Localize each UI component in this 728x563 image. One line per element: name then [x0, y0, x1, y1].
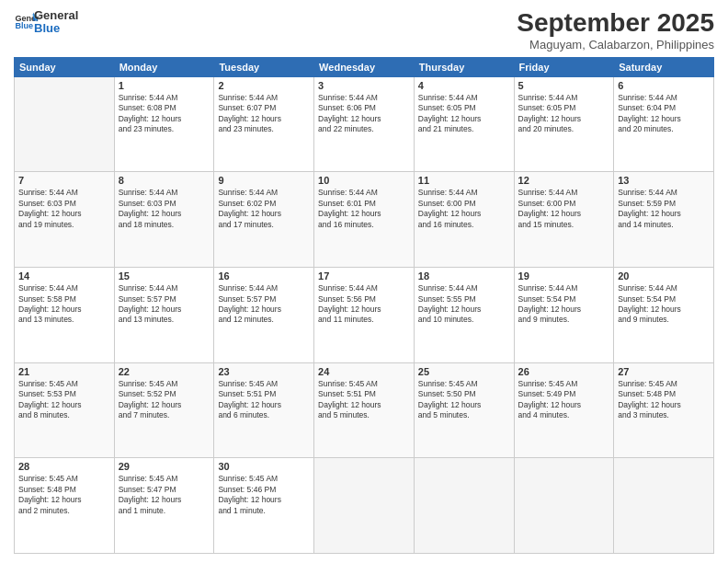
day-info: Sunrise: 5:44 AM Sunset: 6:05 PM Dayligh…	[418, 93, 510, 135]
weekday-header-saturday: Saturday	[614, 57, 714, 76]
day-number: 6	[618, 80, 710, 91]
calendar-cell	[15, 76, 115, 172]
day-info: Sunrise: 5:44 AM Sunset: 5:54 PM Dayligh…	[618, 283, 710, 326]
location-subtitle: Maguyam, Calabarzon, Philippines	[517, 38, 714, 52]
calendar-cell: 20Sunrise: 5:44 AM Sunset: 5:54 PM Dayli…	[614, 268, 714, 363]
calendar-table: SundayMondayTuesdayWednesdayThursdayFrid…	[14, 57, 714, 554]
weekday-header-tuesday: Tuesday	[214, 57, 314, 76]
day-info: Sunrise: 5:45 AM Sunset: 5:52 PM Dayligh…	[119, 379, 210, 421]
day-info: Sunrise: 5:44 AM Sunset: 6:05 PM Dayligh…	[518, 93, 610, 135]
day-number: 12	[518, 175, 610, 186]
calendar-cell: 8Sunrise: 5:44 AM Sunset: 6:03 PM Daylig…	[114, 172, 214, 268]
calendar-cell: 5Sunrise: 5:44 AM Sunset: 6:05 PM Daylig…	[514, 76, 614, 172]
day-info: Sunrise: 5:44 AM Sunset: 5:57 PM Dayligh…	[218, 283, 310, 326]
day-number: 15	[119, 270, 210, 282]
weekday-header-monday: Monday	[114, 57, 214, 76]
calendar-body: 1Sunrise: 5:44 AM Sunset: 6:08 PM Daylig…	[15, 76, 714, 553]
day-info: Sunrise: 5:44 AM Sunset: 6:03 PM Dayligh…	[18, 188, 110, 230]
day-info: Sunrise: 5:45 AM Sunset: 5:51 PM Dayligh…	[318, 379, 410, 421]
page: General Blue General Blue September 2025…	[0, 0, 728, 563]
calendar-cell: 3Sunrise: 5:44 AM Sunset: 6:06 PM Daylig…	[314, 76, 415, 172]
day-info: Sunrise: 5:44 AM Sunset: 6:03 PM Dayligh…	[119, 188, 210, 230]
day-info: Sunrise: 5:44 AM Sunset: 6:07 PM Dayligh…	[218, 93, 310, 135]
day-number: 28	[18, 461, 110, 472]
logo: General Blue General Blue	[14, 9, 78, 36]
day-number: 30	[218, 461, 310, 472]
day-number: 24	[318, 366, 410, 377]
calendar-cell: 19Sunrise: 5:44 AM Sunset: 5:54 PM Dayli…	[514, 268, 614, 363]
calendar-cell: 11Sunrise: 5:44 AM Sunset: 6:00 PM Dayli…	[414, 172, 514, 268]
weekday-header-friday: Friday	[514, 57, 614, 76]
day-info: Sunrise: 5:44 AM Sunset: 5:55 PM Dayligh…	[418, 283, 510, 326]
day-info: Sunrise: 5:45 AM Sunset: 5:48 PM Dayligh…	[18, 474, 110, 516]
day-number: 23	[218, 366, 310, 377]
day-info: Sunrise: 5:44 AM Sunset: 6:06 PM Dayligh…	[318, 93, 410, 135]
week-row-4: 21Sunrise: 5:45 AM Sunset: 5:53 PM Dayli…	[15, 362, 714, 458]
calendar-cell: 6Sunrise: 5:44 AM Sunset: 6:04 PM Daylig…	[614, 76, 714, 172]
calendar-cell: 1Sunrise: 5:44 AM Sunset: 6:08 PM Daylig…	[114, 76, 214, 172]
calendar-cell: 7Sunrise: 5:44 AM Sunset: 6:03 PM Daylig…	[15, 172, 115, 268]
day-number: 7	[18, 175, 110, 186]
week-row-1: 1Sunrise: 5:44 AM Sunset: 6:08 PM Daylig…	[15, 76, 714, 172]
day-number: 20	[618, 270, 710, 282]
day-info: Sunrise: 5:44 AM Sunset: 6:01 PM Dayligh…	[318, 188, 410, 230]
day-info: Sunrise: 5:44 AM Sunset: 5:57 PM Dayligh…	[119, 283, 210, 326]
calendar-cell: 16Sunrise: 5:44 AM Sunset: 5:57 PM Dayli…	[214, 268, 314, 363]
calendar-cell: 23Sunrise: 5:45 AM Sunset: 5:51 PM Dayli…	[214, 362, 314, 458]
calendar-cell: 30Sunrise: 5:45 AM Sunset: 5:46 PM Dayli…	[214, 458, 314, 554]
calendar-cell: 15Sunrise: 5:44 AM Sunset: 5:57 PM Dayli…	[114, 268, 214, 363]
calendar-cell: 14Sunrise: 5:44 AM Sunset: 5:58 PM Dayli…	[15, 268, 115, 363]
day-number: 21	[18, 366, 110, 377]
calendar-cell: 29Sunrise: 5:45 AM Sunset: 5:47 PM Dayli…	[114, 458, 214, 554]
day-info: Sunrise: 5:44 AM Sunset: 6:04 PM Dayligh…	[618, 93, 710, 135]
calendar-cell: 10Sunrise: 5:44 AM Sunset: 6:01 PM Dayli…	[314, 172, 415, 268]
day-info: Sunrise: 5:44 AM Sunset: 5:56 PM Dayligh…	[318, 283, 410, 326]
calendar-cell: 24Sunrise: 5:45 AM Sunset: 5:51 PM Dayli…	[314, 362, 415, 458]
day-number: 11	[418, 175, 510, 186]
day-number: 18	[418, 270, 510, 282]
calendar-cell: 18Sunrise: 5:44 AM Sunset: 5:55 PM Dayli…	[414, 268, 514, 363]
calendar-cell: 9Sunrise: 5:44 AM Sunset: 6:02 PM Daylig…	[214, 172, 314, 268]
weekday-header-sunday: Sunday	[15, 57, 115, 76]
title-block: September 2025 Maguyam, Calabarzon, Phil…	[517, 9, 714, 52]
day-info: Sunrise: 5:44 AM Sunset: 6:00 PM Dayligh…	[518, 188, 610, 230]
calendar-cell: 22Sunrise: 5:45 AM Sunset: 5:52 PM Dayli…	[114, 362, 214, 458]
day-number: 22	[119, 366, 210, 377]
day-number: 3	[318, 80, 410, 91]
day-number: 5	[518, 80, 610, 91]
day-number: 26	[518, 366, 610, 377]
day-info: Sunrise: 5:45 AM Sunset: 5:53 PM Dayligh…	[18, 379, 110, 421]
day-number: 29	[119, 461, 210, 472]
header: General Blue General Blue September 2025…	[14, 9, 714, 52]
weekday-header-row: SundayMondayTuesdayWednesdayThursdayFrid…	[15, 57, 714, 76]
day-info: Sunrise: 5:45 AM Sunset: 5:50 PM Dayligh…	[418, 379, 510, 421]
day-number: 16	[218, 270, 310, 282]
day-number: 17	[318, 270, 410, 282]
calendar-cell: 2Sunrise: 5:44 AM Sunset: 6:07 PM Daylig…	[214, 76, 314, 172]
calendar-cell	[314, 458, 415, 554]
day-number: 9	[218, 175, 310, 186]
day-number: 13	[618, 175, 710, 186]
day-info: Sunrise: 5:44 AM Sunset: 6:00 PM Dayligh…	[418, 188, 510, 230]
day-number: 1	[119, 80, 210, 91]
calendar-cell: 13Sunrise: 5:44 AM Sunset: 5:59 PM Dayli…	[614, 172, 714, 268]
calendar-cell: 17Sunrise: 5:44 AM Sunset: 5:56 PM Dayli…	[314, 268, 415, 363]
day-info: Sunrise: 5:44 AM Sunset: 5:58 PM Dayligh…	[18, 283, 110, 326]
svg-text:Blue: Blue	[15, 21, 33, 30]
calendar-cell: 12Sunrise: 5:44 AM Sunset: 6:00 PM Dayli…	[514, 172, 614, 268]
weekday-header-wednesday: Wednesday	[314, 57, 415, 76]
logo-general: General	[34, 9, 78, 22]
calendar-cell: 21Sunrise: 5:45 AM Sunset: 5:53 PM Dayli…	[15, 362, 115, 458]
day-number: 25	[418, 366, 510, 377]
day-number: 2	[218, 80, 310, 91]
day-info: Sunrise: 5:45 AM Sunset: 5:46 PM Dayligh…	[218, 474, 310, 516]
logo-blue: Blue	[34, 22, 78, 35]
calendar-cell: 27Sunrise: 5:45 AM Sunset: 5:48 PM Dayli…	[614, 362, 714, 458]
day-number: 10	[318, 175, 410, 186]
calendar-cell: 26Sunrise: 5:45 AM Sunset: 5:49 PM Dayli…	[514, 362, 614, 458]
calendar-cell	[614, 458, 714, 554]
day-info: Sunrise: 5:45 AM Sunset: 5:47 PM Dayligh…	[119, 474, 210, 516]
day-info: Sunrise: 5:45 AM Sunset: 5:49 PM Dayligh…	[518, 379, 610, 421]
day-number: 8	[119, 175, 210, 186]
calendar-cell	[414, 458, 514, 554]
